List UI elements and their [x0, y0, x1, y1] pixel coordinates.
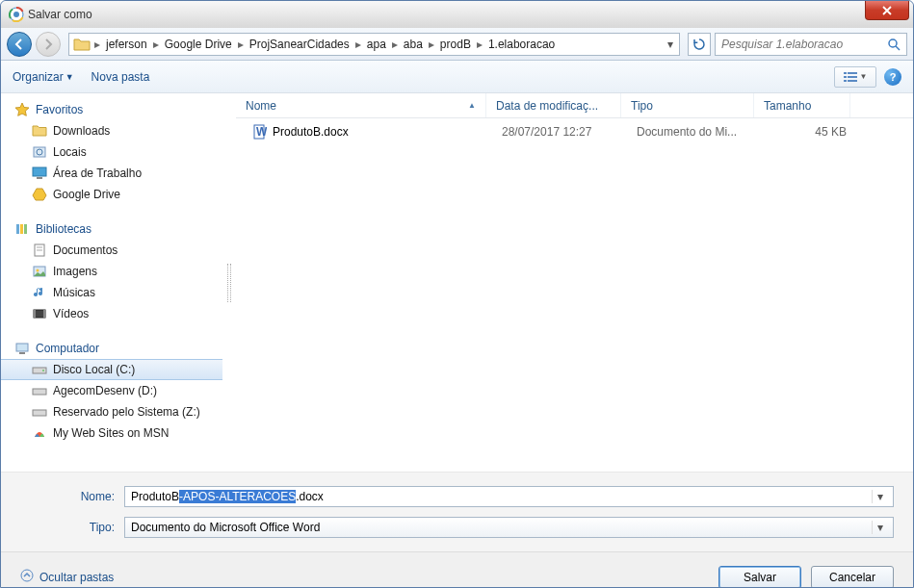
breadcrumb-item[interactable]: apa	[363, 38, 390, 51]
filename-input[interactable]: ProdutoB-APOS-ALTERACOES.docx ▾	[124, 486, 894, 507]
sidebar-item-label: Documentos	[53, 243, 118, 257]
sidebar-item-label: Área de Trabalho	[53, 166, 142, 180]
help-button[interactable]: ?	[884, 68, 901, 86]
sidebar-computer-header[interactable]: Computador	[1, 338, 222, 359]
chevron-down-icon: ▼	[860, 72, 868, 81]
svg-rect-22	[34, 310, 36, 318]
titlebar: Salvar como	[1, 1, 913, 28]
svg-rect-12	[37, 177, 42, 179]
sidebar-item-music[interactable]: Músicas	[1, 282, 222, 303]
chevron-right-icon[interactable]: ▸	[151, 38, 161, 51]
search-input[interactable]	[721, 38, 887, 51]
sidebar-item-label: Disco Local (C:)	[53, 363, 135, 376]
chevron-right-icon[interactable]: ▸	[236, 38, 246, 51]
breadcrumb-item[interactable]: Google Drive	[161, 38, 236, 51]
chevron-right-icon[interactable]: ▸	[353, 38, 363, 51]
breadcrumb-item[interactable]: prodB	[436, 38, 475, 51]
chevron-right-icon[interactable]: ▸	[390, 38, 400, 51]
sidebar-item-gdrive[interactable]: Google Drive	[1, 184, 222, 205]
file-list-header: Nome ▲ Data de modificaç... Tipo Tamanho	[236, 93, 913, 118]
drive-icon	[32, 362, 47, 377]
svg-point-1	[13, 12, 19, 17]
sidebar-item-label: My Web Sites on MSN	[53, 426, 169, 440]
breadcrumb-item[interactable]: 1.elaboracao	[484, 38, 559, 51]
svg-text:W: W	[256, 125, 267, 139]
sidebar-item-downloads[interactable]: Downloads	[1, 120, 222, 141]
forward-button[interactable]	[36, 32, 61, 57]
file-size: 45 KB	[760, 125, 856, 139]
chevron-right-icon[interactable]: ▸	[92, 38, 102, 51]
sidebar-libraries-label: Bibliotecas	[36, 222, 91, 236]
sidebar[interactable]: Favoritos Downloads Locais Área de Traba…	[1, 93, 222, 472]
search-icon	[887, 38, 901, 51]
hide-folders-link[interactable]: Ocultar pastas	[20, 569, 114, 585]
file-row[interactable]: W ProdutoB.docx 28/07/2017 12:27 Documen…	[236, 118, 913, 145]
breadcrumb-item[interactable]: ProjSanearCidades	[246, 38, 353, 51]
svg-point-2	[889, 39, 897, 47]
close-button[interactable]	[865, 1, 909, 20]
sidebar-item-msn[interactable]: My Web Sites on MSN	[1, 422, 222, 444]
breadcrumb-dropdown[interactable]: ▾	[664, 38, 677, 51]
navbar: ▸ jeferson ▸ Google Drive ▸ ProjSanearCi…	[1, 28, 913, 61]
splitter[interactable]	[222, 93, 236, 472]
sidebar-item-label: Google Drive	[53, 188, 120, 201]
sidebar-item-pictures[interactable]: Imagens	[1, 261, 222, 282]
chevron-right-icon[interactable]: ▸	[427, 38, 436, 51]
sidebar-item-label: AgecomDesenv (D:)	[53, 384, 157, 397]
breadcrumb[interactable]: ▸ jeferson ▸ Google Drive ▸ ProjSanearCi…	[68, 33, 680, 56]
drive-icon	[32, 404, 47, 420]
folder-icon	[73, 37, 91, 52]
recent-icon	[32, 144, 47, 160]
column-header-name[interactable]: Nome ▲	[236, 93, 486, 117]
hide-folders-label: Ocultar pastas	[39, 571, 114, 584]
organize-menu[interactable]: Organizar ▼	[13, 70, 74, 84]
breadcrumb-item[interactable]: aba	[400, 38, 427, 51]
svg-point-20	[37, 269, 39, 272]
sidebar-item-label: Reservado pelo Sistema (Z:)	[53, 405, 200, 419]
organize-label: Organizar	[13, 70, 64, 84]
column-header-size[interactable]: Tamanho	[754, 93, 850, 117]
sidebar-item-label: Locais	[53, 145, 87, 159]
search-box[interactable]	[715, 33, 907, 56]
column-header-date[interactable]: Data de modificaç...	[486, 93, 621, 117]
sidebar-item-desktop[interactable]: Área de Trabalho	[1, 163, 222, 184]
filename-dropdown[interactable]: ▾	[872, 490, 887, 503]
save-button[interactable]: Salvar	[718, 566, 801, 589]
svg-rect-23	[43, 310, 45, 318]
refresh-button[interactable]	[688, 33, 711, 56]
sidebar-item-documents[interactable]: Documentos	[1, 240, 222, 261]
view-mode-button[interactable]: ▼	[834, 66, 876, 88]
save-form: Nome: ProdutoB-APOS-ALTERACOES.docx ▾ Ti…	[1, 472, 913, 551]
cancel-button[interactable]: Cancelar	[811, 566, 894, 589]
sidebar-libraries-header[interactable]: Bibliotecas	[1, 218, 222, 240]
sidebar-favorites-header[interactable]: Favoritos	[1, 99, 222, 120]
column-header-type[interactable]: Tipo	[621, 93, 754, 117]
sidebar-item-videos[interactable]: Vídeos	[1, 303, 222, 324]
sort-asc-icon: ▲	[468, 101, 476, 110]
sidebar-item-drive-c[interactable]: Disco Local (C:)	[1, 359, 222, 380]
sidebar-item-label: Downloads	[53, 124, 110, 138]
folder-icon	[32, 123, 47, 139]
svg-point-32	[21, 570, 33, 581]
computer-icon	[14, 341, 30, 356]
new-folder-button[interactable]: Nova pasta	[91, 70, 150, 84]
svg-rect-6	[848, 76, 857, 78]
videos-icon	[32, 306, 47, 321]
filetype-value: Documento do Microsoft Office Word	[131, 521, 320, 534]
svg-rect-29	[33, 410, 46, 416]
back-button[interactable]	[7, 32, 32, 57]
drive-icon	[32, 383, 47, 398]
docx-icon: W	[251, 124, 267, 140]
pictures-icon	[32, 264, 47, 279]
footer: Ocultar pastas Salvar Cancelar	[1, 551, 913, 588]
sidebar-item-drive-d[interactable]: AgecomDesenv (D:)	[1, 380, 222, 401]
svg-rect-24	[16, 344, 28, 351]
breadcrumb-item[interactable]: jeferson	[102, 38, 151, 51]
sidebar-item-drive-z[interactable]: Reservado pelo Sistema (Z:)	[1, 401, 222, 422]
sidebar-item-recent[interactable]: Locais	[1, 141, 222, 163]
libraries-icon	[14, 221, 30, 237]
chevron-right-icon[interactable]: ▸	[475, 38, 484, 51]
svg-rect-11	[33, 167, 46, 176]
filetype-select[interactable]: Documento do Microsoft Office Word ▾	[124, 517, 894, 538]
filetype-dropdown[interactable]: ▾	[872, 521, 887, 534]
